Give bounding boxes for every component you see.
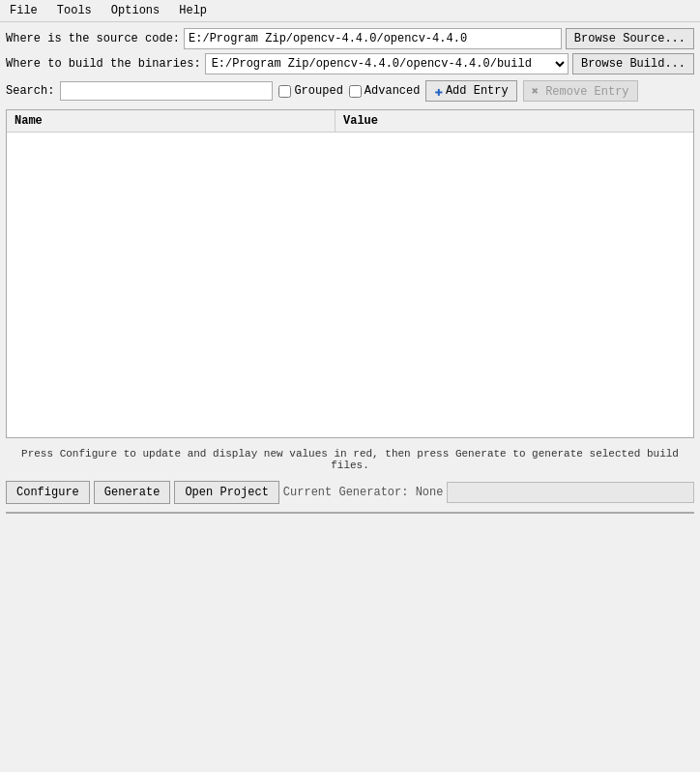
source-label: Where is the source code:: [6, 32, 180, 45]
grouped-checkbox-label[interactable]: Grouped: [278, 84, 342, 98]
browse-build-button[interactable]: Browse Build...: [572, 53, 694, 74]
build-combo[interactable]: E:/Program Zip/opencv-4.4.0/opencv-4.4.0…: [205, 53, 569, 74]
menu-file[interactable]: File: [4, 2, 44, 19]
generator-label: Current Generator: None: [283, 486, 444, 499]
grouped-label: Grouped: [294, 84, 342, 98]
search-label: Search:: [6, 84, 54, 98]
advanced-checkbox-label[interactable]: Advanced: [349, 84, 421, 98]
build-row: Where to build the binaries: E:/Program …: [6, 53, 694, 74]
source-row: Where is the source code: Browse Source.…: [6, 28, 694, 49]
advanced-checkbox[interactable]: [349, 85, 362, 98]
browse-source-button[interactable]: Browse Source...: [566, 28, 694, 49]
remove-entry-button[interactable]: ✖ Remove Entry: [523, 80, 638, 102]
configure-button[interactable]: Configure: [6, 481, 90, 504]
table-body: [7, 133, 693, 434]
generate-button[interactable]: Generate: [94, 481, 171, 504]
table-header: Name Value: [7, 110, 693, 133]
menu-options[interactable]: Options: [105, 2, 165, 19]
build-label: Where to build the binaries:: [6, 57, 201, 71]
generator-display: [447, 482, 694, 503]
search-row: Search: Grouped Advanced ✚ Add Entry ✖ R…: [6, 78, 694, 104]
grouped-checkbox[interactable]: [278, 85, 291, 98]
menu-tools[interactable]: Tools: [51, 2, 98, 19]
name-column-header: Name: [7, 110, 335, 132]
add-entry-label: Add Entry: [446, 84, 509, 98]
search-input[interactable]: [60, 81, 273, 101]
source-input[interactable]: [184, 28, 562, 49]
action-bar: Configure Generate Open Project Current …: [6, 479, 694, 506]
status-text: Press Configure to update and display ne…: [6, 444, 694, 475]
open-project-button[interactable]: Open Project: [174, 481, 278, 504]
config-table: Name Value: [6, 109, 694, 438]
remove-entry-label: Remove Entry: [545, 85, 628, 99]
value-column-header: Value: [335, 110, 693, 132]
plus-icon: ✚: [434, 83, 442, 100]
remove-entry-icon: ✖: [532, 85, 539, 99]
menu-bar: File Tools Options Help: [0, 0, 700, 22]
advanced-label: Advanced: [365, 84, 421, 98]
output-area: https://blog.csdn.net/z_drsd: [6, 512, 694, 514]
menu-help[interactable]: Help: [173, 2, 213, 19]
add-entry-button[interactable]: ✚ Add Entry: [425, 80, 516, 102]
